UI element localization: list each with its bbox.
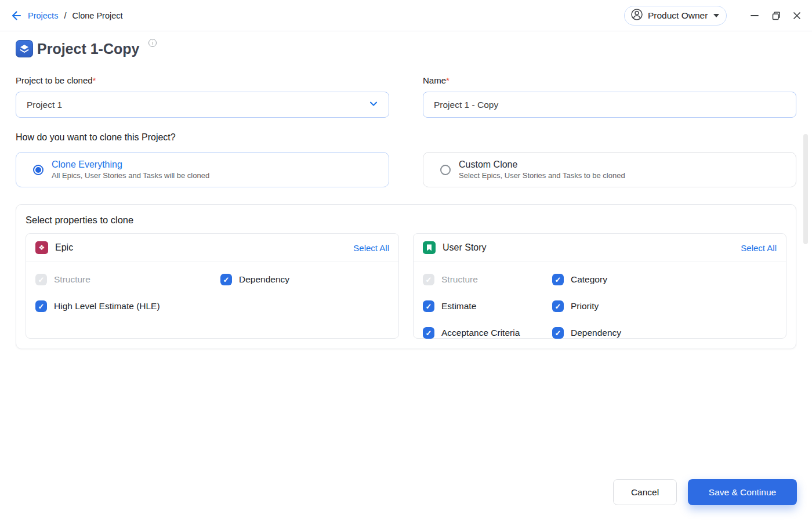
checkbox-checked[interactable]: ✓	[552, 327, 564, 339]
page-title: Project 1-Copy	[37, 41, 139, 57]
option-description: All Epics, User Stories and Tasks will b…	[52, 171, 209, 180]
clone-question: How do you want to clone this Project?	[16, 132, 176, 143]
top-bar: Projects / Clone Project Product Owner	[0, 0, 812, 31]
checkmark-icon: ✓	[426, 276, 432, 284]
name-input[interactable]	[423, 92, 796, 118]
epic-checkbox-list: ✓Structure✓Dependency✓High Level Estimat…	[26, 262, 398, 320]
checkbox-label: Structure	[54, 274, 90, 285]
checkbox-item: ✓Structure	[35, 266, 220, 293]
checkmark-icon: ✓	[426, 329, 432, 337]
option-description: Select Epics, User Stories and Tasks to …	[459, 171, 625, 180]
checkbox-label: Estimate	[441, 301, 476, 311]
breadcrumb-current: Clone Project	[72, 11, 122, 20]
user-story-group-name: User Story	[443, 242, 487, 253]
user-role-dropdown[interactable]: Product Owner	[624, 6, 727, 26]
checkmark-icon: ✓	[38, 276, 45, 284]
checkbox-checked[interactable]: ✓	[35, 300, 47, 312]
epic-group-card: ❖ Epic Select All ✓Structure✓Dependency✓…	[26, 233, 399, 339]
checkmark-icon: ✓	[426, 303, 432, 310]
checkmark-icon: ✓	[555, 303, 561, 310]
checkbox-checked[interactable]: ✓	[423, 300, 434, 312]
option-clone-everything[interactable]: Clone Everything All Epics, User Stories…	[16, 152, 389, 187]
project-select-value: Project 1	[27, 100, 62, 110]
checkmark-icon: ✓	[555, 276, 561, 284]
checkbox-label: Acceptance Criteria	[441, 328, 520, 338]
checkbox-item[interactable]: ✓Category	[552, 266, 786, 293]
option-title: Custom Clone	[459, 160, 625, 170]
checkbox-item[interactable]: ✓Dependency	[552, 320, 786, 346]
project-to-clone-label: Project to be cloned*	[16, 75, 96, 85]
option-custom-clone[interactable]: Custom Clone Select Epics, User Stories …	[423, 152, 796, 187]
checkbox-checked[interactable]: ✓	[220, 274, 232, 285]
checkbox-checked[interactable]: ✓	[423, 327, 434, 339]
user-story-select-all-link[interactable]: Select All	[741, 243, 777, 253]
checkmark-icon: ✓	[223, 276, 230, 284]
properties-panel: Select properties to clone ❖ Epic Select…	[16, 204, 796, 349]
back-arrow-icon[interactable]	[8, 9, 22, 23]
epic-group-header: ❖ Epic Select All	[26, 234, 398, 262]
properties-heading: Select properties to clone	[26, 215, 133, 226]
checkmark-icon: ✓	[555, 329, 561, 337]
window-minimize-button[interactable]	[749, 10, 760, 21]
breadcrumb-separator: /	[64, 11, 66, 20]
checkmark-icon: ✓	[38, 303, 45, 310]
cancel-button[interactable]: Cancel	[613, 479, 677, 505]
epic-group-name: Epic	[55, 242, 73, 253]
checkbox-item: ✓Structure	[423, 266, 552, 293]
checkbox-label: Structure	[441, 274, 478, 285]
checkbox-label: Dependency	[239, 274, 289, 285]
project-icon	[16, 40, 33, 57]
checkbox-label: High Level Estimate (HLE)	[54, 301, 160, 311]
scrollbar-thumb[interactable]	[803, 134, 808, 244]
epic-icon: ❖	[35, 241, 48, 254]
checkbox-label: Category	[571, 274, 607, 285]
checkbox-item[interactable]: ✓Priority	[552, 293, 786, 320]
name-label: Name*	[423, 75, 449, 85]
checkbox-checked[interactable]: ✓	[552, 300, 564, 312]
required-asterisk: *	[446, 75, 449, 85]
radio-selected-icon[interactable]	[33, 165, 44, 175]
user-role-label: Product Owner	[648, 10, 708, 21]
user-story-group-header: User Story Select All	[414, 234, 786, 262]
info-icon[interactable]: i	[148, 39, 157, 47]
option-title: Clone Everything	[52, 160, 209, 170]
save-continue-button[interactable]: Save & Continue	[688, 479, 797, 505]
window-restore-button[interactable]	[770, 10, 782, 21]
user-story-icon	[423, 241, 436, 254]
chevron-down-icon	[369, 99, 378, 111]
chevron-down-icon	[713, 14, 719, 17]
checkbox-item[interactable]: ✓High Level Estimate (HLE)	[35, 293, 220, 320]
checkbox-checked-disabled: ✓	[423, 274, 434, 285]
checkbox-label: Priority	[571, 301, 599, 311]
checkbox-checked[interactable]: ✓	[552, 274, 564, 285]
user-story-checkbox-list: ✓Structure✓Category✓Estimate✓Priority✓Ac…	[414, 262, 786, 346]
checkbox-label: Dependency	[571, 328, 621, 338]
user-avatar-icon	[630, 8, 643, 23]
epic-select-all-link[interactable]: Select All	[353, 243, 389, 253]
checkbox-checked-disabled: ✓	[35, 274, 47, 285]
radio-unselected-icon[interactable]	[440, 165, 451, 175]
user-story-group-card: User Story Select All ✓Structure✓Categor…	[413, 233, 786, 339]
breadcrumb: Projects / Clone Project	[28, 0, 123, 31]
checkbox-item[interactable]: ✓Acceptance Criteria	[423, 320, 552, 346]
window-close-button[interactable]	[791, 10, 803, 21]
required-asterisk: *	[93, 75, 96, 85]
breadcrumb-projects-link[interactable]: Projects	[28, 11, 58, 20]
checkbox-item[interactable]: ✓Dependency	[220, 266, 398, 293]
checkbox-item[interactable]: ✓Estimate	[423, 293, 552, 320]
project-select[interactable]: Project 1	[16, 92, 389, 118]
